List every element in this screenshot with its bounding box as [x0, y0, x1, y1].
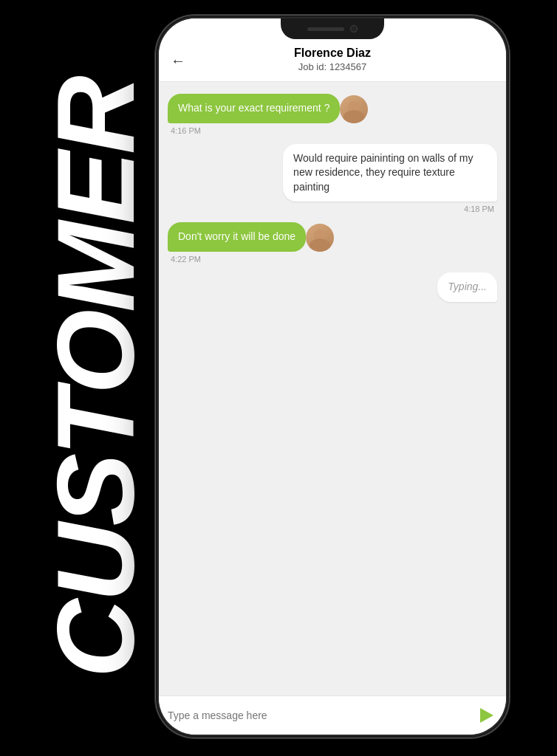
message-row-sent-1: What is your exact requirement ?	[168, 94, 497, 123]
contact-name: Florence Diaz	[171, 47, 494, 60]
message-text-2: Would require paininting on walls of my …	[293, 152, 473, 193]
phone-screen: ← Florence Diaz Job id: 1234567 What is …	[159, 18, 506, 735]
customer-text: CUSTOMER	[41, 78, 151, 678]
phone-mockup: ← Florence Diaz Job id: 1234567 What is …	[155, 15, 510, 738]
message-row-sent-3: Don't worry it will be done	[168, 222, 497, 252]
bubble-received-2: Would require paininting on walls of my …	[283, 144, 497, 202]
phone-inner-frame: ← Florence Diaz Job id: 1234567 What is …	[157, 17, 508, 736]
timestamp-2: 4:18 PM	[168, 205, 497, 213]
send-icon	[480, 708, 493, 723]
avatar-sent-1	[340, 95, 368, 123]
bubble-sent-1: What is your exact requirement ?	[168, 94, 340, 123]
chat-input-area	[159, 695, 506, 735]
back-button[interactable]: ←	[171, 52, 185, 69]
bubble-typing: Typing...	[437, 272, 497, 302]
avatar-sent-3	[306, 224, 334, 252]
message-text-1: What is your exact requirement ?	[178, 102, 329, 114]
phone-notch	[281, 18, 384, 39]
phone-outer-frame: ← Florence Diaz Job id: 1234567 What is …	[155, 15, 510, 738]
message-input[interactable]	[168, 709, 474, 721]
message-row-typing: Typing...	[168, 272, 497, 302]
speaker	[307, 27, 344, 31]
typing-indicator: Typing...	[448, 281, 487, 292]
timestamp-3: 4:22 PM	[168, 255, 497, 264]
chat-body: What is your exact requirement ? 4:16 PM…	[159, 82, 506, 695]
bubble-sent-3: Don't worry it will be done	[168, 222, 306, 252]
message-text-3: Don't worry it will be done	[178, 230, 295, 242]
message-row-received-2: Would require paininting on walls of my …	[168, 144, 497, 202]
send-button[interactable]	[474, 704, 497, 727]
job-id: Job id: 1234567	[171, 61, 494, 72]
timestamp-1: 4:16 PM	[168, 126, 497, 135]
camera	[350, 25, 358, 32]
